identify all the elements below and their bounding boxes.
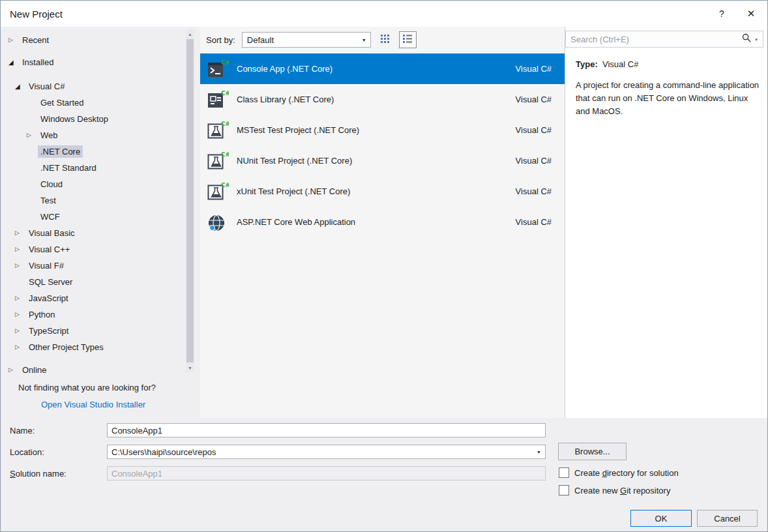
- sort-by-dropdown[interactable]: Default ▼: [242, 32, 371, 48]
- sort-toolbar: Sort by: Default ▼: [206, 30, 417, 50]
- template-nunit[interactable]: C# NUnit Test Project (.NET Core) Visual…: [200, 145, 565, 176]
- template-language: Visual C#: [516, 217, 552, 227]
- scroll-up-icon[interactable]: ▲: [186, 30, 194, 38]
- template-name: MSTest Test Project (.NET Core): [237, 125, 359, 135]
- expander-collapsed-icon[interactable]: ▷: [15, 339, 26, 355]
- tree-item-visual-fsharp[interactable]: ▷ Visual F#: [1, 258, 185, 274]
- expander-collapsed-icon[interactable]: ▷: [15, 290, 26, 306]
- svg-text:C#: C#: [221, 90, 229, 96]
- sort-by-label: Sort by:: [206, 35, 235, 45]
- dialog-title: New Project: [10, 8, 63, 20]
- template-language: Visual C#: [516, 125, 552, 135]
- tree-item-visual-basic[interactable]: ▷ Visual Basic: [1, 225, 185, 241]
- ok-button[interactable]: OK: [630, 510, 692, 527]
- cancel-button[interactable]: Cancel: [697, 510, 758, 527]
- tree-item-web[interactable]: ▷ Web: [1, 127, 185, 143]
- checkbox-unchecked-icon[interactable]: [559, 467, 569, 478]
- tree-item-windows-desktop[interactable]: Windows Desktop: [1, 111, 185, 127]
- svg-text:C#: C#: [221, 151, 229, 158]
- close-icon[interactable]: ✕: [735, 1, 767, 27]
- expander-collapsed-icon[interactable]: ▷: [15, 323, 26, 339]
- template-xunit[interactable]: C# xUnit Test Project (.NET Core) Visual…: [200, 176, 565, 207]
- console-app-icon: C#: [207, 58, 229, 80]
- solution-name-input: [107, 466, 546, 480]
- template-name: Class Library (.NET Core): [237, 95, 334, 104]
- mstest-test-icon: C#: [207, 119, 229, 141]
- expander-expanded-icon[interactable]: ◢: [8, 54, 20, 70]
- expander-collapsed-icon[interactable]: ▷: [8, 32, 20, 48]
- expander-collapsed-icon[interactable]: ▷: [27, 127, 38, 143]
- expander-collapsed-icon[interactable]: ▷: [8, 362, 20, 378]
- create-directory-checkbox[interactable]: Create directory for solution: [559, 467, 679, 478]
- category-tree: ▷ Recent ◢ Installed ◢ Visual C# Get Sta…: [1, 32, 185, 355]
- new-project-dialog: New Project ? ✕ ▷ Recent ◢ Installed ◢ V…: [0, 0, 768, 532]
- type-label: Type:: [576, 59, 598, 69]
- titlebar[interactable]: New Project ? ✕: [1, 1, 767, 27]
- tree-item-installed[interactable]: ◢ Installed: [1, 54, 185, 70]
- location-label: Location:: [10, 447, 44, 457]
- template-list-pane: Sort by: Default ▼: [200, 27, 565, 418]
- template-class-library[interactable]: C# Class Library (.NET Core) Visual C#: [200, 84, 565, 115]
- location-combobox[interactable]: ▼: [107, 445, 546, 459]
- small-icons-view-button[interactable]: [376, 31, 394, 48]
- solution-name-label: Solution name:: [10, 469, 66, 479]
- location-input[interactable]: [108, 447, 533, 457]
- create-git-repo-checkbox[interactable]: Create new Git repository: [559, 485, 670, 495]
- tree-item-wcf[interactable]: WCF: [1, 209, 185, 225]
- open-installer-link[interactable]: Open Visual Studio Installer: [41, 400, 145, 409]
- tree-item-visual-csharp[interactable]: ◢ Visual C#: [1, 78, 185, 95]
- expander-collapsed-icon[interactable]: ▷: [15, 241, 26, 258]
- tree-item-cloud[interactable]: Cloud: [1, 176, 185, 192]
- expander-collapsed-icon[interactable]: ▷: [15, 225, 26, 241]
- expander-expanded-icon[interactable]: ◢: [15, 78, 26, 95]
- template-name: ASP.NET Core Web Application: [237, 217, 355, 227]
- chevron-down-icon: ▼: [362, 38, 366, 42]
- tree-item-net-standard[interactable]: .NET Standard: [1, 160, 185, 176]
- search-input[interactable]: [566, 35, 742, 44]
- search-options-chevron-icon[interactable]: ▼: [754, 38, 758, 42]
- aspnet-globe-icon: [207, 211, 229, 233]
- template-language: Visual C#: [516, 95, 552, 104]
- dialog-body: ▷ Recent ◢ Installed ◢ Visual C# Get Sta…: [1, 27, 767, 418]
- template-name: Console App (.NET Core): [237, 64, 332, 74]
- search-icon[interactable]: [742, 33, 751, 45]
- expander-collapsed-icon[interactable]: ▷: [15, 258, 26, 274]
- scrollbar-thumb[interactable]: [186, 39, 194, 362]
- category-tree-pane: ▷ Recent ◢ Installed ◢ Visual C# Get Sta…: [1, 27, 200, 418]
- location-dropdown-chevron-icon[interactable]: ▼: [533, 450, 545, 454]
- project-name-input[interactable]: [107, 423, 546, 437]
- checkbox-unchecked-icon[interactable]: [559, 485, 569, 495]
- tree-scrollbar[interactable]: ▲ ▼: [186, 30, 194, 372]
- tree-item-typescript[interactable]: ▷ TypeScript: [1, 323, 185, 339]
- tree-item-net-core[interactable]: .NET Core: [1, 143, 185, 160]
- list-view-icon: [403, 34, 412, 46]
- create-directory-label: Create directory for solution: [574, 468, 679, 478]
- tree-item-get-started[interactable]: Get Started: [1, 95, 185, 111]
- template-mstest[interactable]: C# MSTest Test Project (.NET Core) Visua…: [200, 115, 565, 145]
- list-view-button[interactable]: [399, 31, 417, 48]
- svg-text:C#: C#: [221, 121, 229, 127]
- tree-item-other-project-types[interactable]: ▷ Other Project Types: [1, 339, 185, 355]
- tree-item-sql-server[interactable]: SQL Server: [1, 274, 185, 290]
- svg-text:C#: C#: [221, 59, 229, 66]
- tree-item-recent[interactable]: ▷ Recent: [1, 32, 185, 48]
- tree-item-test[interactable]: Test: [1, 192, 185, 209]
- search-box[interactable]: ▼: [565, 31, 763, 48]
- expander-collapsed-icon[interactable]: ▷: [15, 306, 26, 323]
- footer-pane: Name: Location: ▼ Browse... Solution nam…: [1, 418, 767, 531]
- template-language: Visual C#: [516, 156, 552, 166]
- template-console-app[interactable]: C# Console App (.NET Core) Visual C#: [200, 53, 565, 84]
- type-value: Visual C#: [602, 59, 638, 69]
- template-list: C# Console App (.NET Core) Visual C# C# …: [200, 53, 565, 237]
- browse-button[interactable]: Browse...: [558, 443, 627, 460]
- tree-item-python[interactable]: ▷ Python: [1, 306, 185, 323]
- template-name: xUnit Test Project (.NET Core): [237, 186, 350, 196]
- help-icon[interactable]: ?: [709, 1, 735, 27]
- template-aspnet-core[interactable]: ASP.NET Core Web Application Visual C#: [200, 207, 565, 237]
- name-label: Name:: [10, 426, 35, 436]
- svg-text:C#: C#: [221, 182, 229, 188]
- template-name: NUnit Test Project (.NET Core): [237, 156, 352, 166]
- tree-item-javascript[interactable]: ▷ JavaScript: [1, 290, 185, 306]
- tree-item-online[interactable]: ▷ Online: [1, 362, 200, 378]
- tree-item-visual-cpp[interactable]: ▷ Visual C++: [1, 241, 185, 258]
